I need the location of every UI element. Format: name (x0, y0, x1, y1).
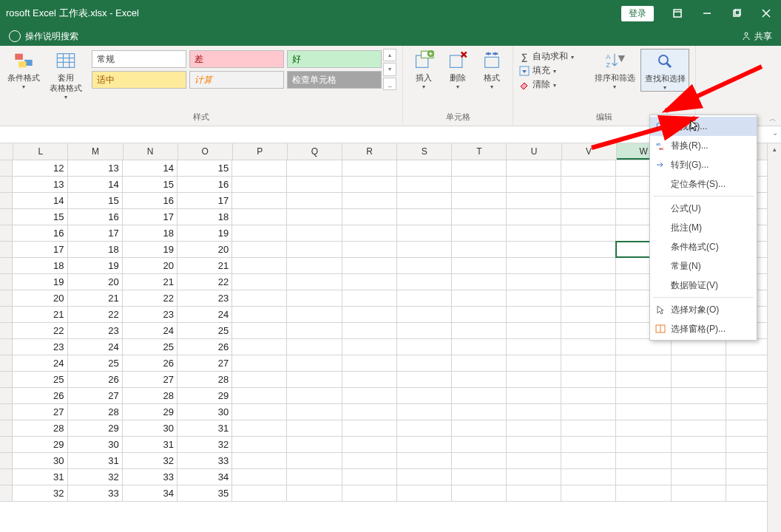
cell[interactable] (507, 160, 561, 176)
column-header[interactable]: N (124, 143, 178, 160)
cell[interactable] (342, 258, 397, 273)
cell[interactable] (507, 323, 561, 338)
cell[interactable] (342, 388, 397, 403)
cell[interactable]: 26 (13, 388, 67, 403)
menu-select-objects[interactable]: 选择对象(O) (650, 300, 757, 319)
cell[interactable] (287, 485, 342, 501)
cell[interactable]: 31 (123, 437, 178, 452)
cell[interactable] (397, 355, 452, 371)
cell[interactable] (342, 355, 397, 371)
cell[interactable]: 33 (123, 469, 178, 485)
menu-conditional-formatting[interactable]: 条件格式(C) (650, 237, 757, 256)
cell[interactable] (287, 323, 342, 338)
cell[interactable] (452, 372, 507, 387)
menu-replace[interactable]: abac 替换(R)... (650, 136, 757, 155)
cell[interactable] (397, 485, 452, 501)
cell[interactable] (507, 469, 561, 485)
column-header[interactable]: R (342, 143, 397, 160)
cell[interactable] (561, 339, 616, 355)
cell[interactable]: 23 (13, 339, 67, 355)
column-header[interactable]: M (68, 143, 123, 160)
cell[interactable]: 34 (178, 469, 232, 485)
cell[interactable]: 14 (68, 177, 123, 192)
cell[interactable]: 15 (68, 193, 123, 208)
expand-formula-bar-icon[interactable]: ⌄ (772, 129, 778, 137)
cell[interactable] (507, 242, 561, 257)
cell[interactable]: 13 (13, 177, 67, 192)
cell[interactable] (397, 437, 452, 452)
column-header[interactable]: V (562, 143, 617, 160)
cell[interactable] (232, 453, 287, 468)
cell[interactable]: 22 (13, 323, 67, 338)
cell[interactable]: 25 (178, 323, 232, 338)
cell[interactable]: 23 (178, 290, 232, 306)
menu-goto-special[interactable]: 定位条件(S)... (650, 174, 757, 194)
cell[interactable]: 29 (68, 420, 123, 436)
cell[interactable] (452, 160, 507, 176)
cell[interactable] (616, 339, 671, 355)
cell[interactable]: 27 (178, 355, 232, 371)
cell[interactable] (232, 339, 287, 355)
cell[interactable]: 27 (123, 372, 178, 387)
cell[interactable] (342, 177, 397, 192)
cell[interactable] (397, 372, 452, 387)
cell[interactable] (561, 323, 616, 338)
cell[interactable] (616, 355, 671, 371)
cell[interactable]: 23 (123, 307, 178, 322)
cell[interactable] (287, 242, 342, 257)
cell[interactable]: 29 (13, 437, 67, 452)
cell[interactable] (507, 290, 561, 306)
cell[interactable]: 21 (13, 307, 67, 322)
cell[interactable] (342, 323, 397, 338)
scroll-up-icon[interactable]: ▴ (768, 143, 781, 155)
insert-cells-button[interactable]: 插入 ▾ (409, 49, 439, 90)
cell[interactable]: 32 (178, 437, 232, 452)
cell[interactable] (507, 307, 561, 322)
cell[interactable] (507, 453, 561, 468)
cell[interactable] (452, 209, 507, 225)
cell[interactable] (561, 274, 616, 290)
minimize-button[interactable] (692, 0, 722, 27)
cell[interactable] (672, 420, 726, 436)
cell[interactable] (561, 258, 616, 273)
cell[interactable]: 30 (123, 420, 178, 436)
cell[interactable]: 25 (123, 339, 178, 355)
cell[interactable] (342, 469, 397, 485)
style-bad[interactable]: 差 (189, 50, 284, 68)
cell[interactable]: 18 (68, 242, 123, 257)
cell[interactable] (232, 160, 287, 176)
cell[interactable] (452, 323, 507, 338)
cell[interactable]: 19 (13, 274, 67, 290)
cell[interactable]: 28 (178, 372, 232, 387)
delete-cells-button[interactable]: 删除 ▾ (443, 49, 473, 90)
cell[interactable]: 32 (13, 485, 67, 501)
cell[interactable] (672, 404, 726, 420)
cell[interactable]: 19 (68, 258, 123, 273)
cell[interactable]: 17 (13, 242, 67, 257)
cell[interactable]: 31 (68, 453, 123, 468)
fill-button[interactable]: 填充 ▾ (519, 64, 589, 77)
styles-more[interactable]: ⎯ (383, 78, 396, 90)
cell[interactable] (397, 323, 452, 338)
column-header[interactable]: T (452, 143, 507, 160)
cell[interactable]: 28 (68, 404, 123, 420)
cell[interactable] (561, 193, 616, 208)
cell[interactable]: 31 (13, 469, 67, 485)
cell[interactable] (342, 339, 397, 355)
cell[interactable] (287, 290, 342, 306)
cell[interactable] (287, 437, 342, 452)
cell[interactable] (342, 453, 397, 468)
cell[interactable] (342, 404, 397, 420)
cell[interactable] (232, 177, 287, 192)
column-header[interactable]: Q (288, 143, 342, 160)
cell[interactable] (287, 453, 342, 468)
cell[interactable] (561, 485, 616, 501)
cell[interactable]: 27 (13, 404, 67, 420)
cell[interactable]: 16 (68, 209, 123, 225)
menu-goto[interactable]: 转到(G)... (650, 155, 757, 174)
cell[interactable] (397, 420, 452, 436)
cell[interactable]: 28 (13, 420, 67, 436)
cell[interactable] (287, 209, 342, 225)
cell[interactable] (232, 404, 287, 420)
cell[interactable] (287, 225, 342, 241)
